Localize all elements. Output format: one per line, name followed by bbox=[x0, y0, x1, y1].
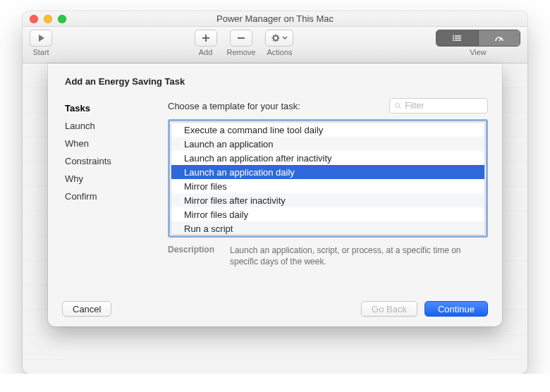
toolbar-remove-label: Remove bbox=[227, 48, 256, 56]
template-list[interactable]: Execute a command line tool dailyLaunch … bbox=[171, 122, 485, 235]
gauge-icon bbox=[494, 34, 504, 42]
minus-icon bbox=[237, 34, 245, 42]
plus-icon bbox=[202, 34, 210, 42]
step-constraints[interactable]: Constraints bbox=[62, 152, 154, 170]
search-icon bbox=[394, 102, 402, 110]
list-item[interactable]: Mirror files daily bbox=[171, 207, 484, 221]
filter-field[interactable] bbox=[389, 98, 488, 114]
step-launch[interactable]: Launch bbox=[62, 117, 154, 135]
sheet-footer: Cancel Go Back Continue bbox=[62, 301, 488, 317]
svg-rect-0 bbox=[238, 37, 245, 39]
window-content: Add an Energy Saving Task TasksLaunchWhe… bbox=[23, 63, 527, 374]
toolbar-add-label: Add bbox=[199, 48, 213, 56]
go-back-button: Go Back bbox=[361, 301, 417, 317]
filter-input[interactable] bbox=[405, 101, 483, 111]
toolbar: Start Add Remove Actions bbox=[23, 27, 527, 63]
view-gauge-segment[interactable] bbox=[478, 30, 520, 46]
cancel-button[interactable]: Cancel bbox=[62, 301, 111, 317]
toolbar-actions-group: Actions bbox=[265, 30, 293, 56]
svg-point-17 bbox=[396, 103, 400, 107]
svg-point-10 bbox=[453, 35, 454, 37]
svg-line-18 bbox=[399, 107, 401, 109]
toolbar-add-group: Add bbox=[195, 30, 217, 56]
actions-button[interactable] bbox=[265, 30, 293, 47]
svg-rect-15 bbox=[455, 39, 461, 40]
template-description: Description Launch an application, scrip… bbox=[168, 245, 488, 267]
step-confirm[interactable]: Confirm bbox=[62, 188, 154, 205]
list-item[interactable]: Execute a command line tool daily bbox=[171, 123, 484, 137]
view-segmented-control[interactable] bbox=[436, 30, 520, 47]
svg-line-7 bbox=[277, 39, 278, 40]
toolbar-start-group: Start bbox=[30, 30, 52, 56]
list-item[interactable]: Run a script bbox=[171, 221, 484, 235]
svg-rect-11 bbox=[455, 35, 461, 36]
remove-button[interactable] bbox=[230, 30, 252, 47]
description-label: Description bbox=[168, 245, 223, 267]
play-icon bbox=[37, 34, 45, 42]
template-list-focus-ring: Execute a command line tool dailyLaunch … bbox=[168, 119, 488, 238]
description-text: Launch an application, script, or proces… bbox=[230, 245, 488, 267]
list-icon bbox=[452, 35, 462, 42]
step-tasks[interactable]: Tasks bbox=[62, 99, 154, 117]
list-item[interactable]: Launch an application daily bbox=[171, 165, 484, 179]
add-button[interactable] bbox=[195, 30, 217, 47]
svg-rect-13 bbox=[455, 37, 461, 38]
list-item[interactable]: Mirror files after inactivity bbox=[171, 193, 484, 207]
continue-button[interactable]: Continue bbox=[424, 301, 488, 317]
list-item[interactable]: Mirror files bbox=[171, 179, 484, 193]
app-window: Power Manager on This Mac Start Add Remo… bbox=[23, 11, 527, 374]
start-button[interactable] bbox=[30, 30, 52, 47]
toolbar-actions-label: Actions bbox=[267, 48, 292, 56]
list-item[interactable]: Launch an application bbox=[171, 137, 484, 151]
toolbar-view-group: View bbox=[436, 30, 520, 56]
svg-line-9 bbox=[273, 39, 274, 40]
svg-point-1 bbox=[274, 36, 278, 40]
template-prompt: Choose a template for your task: bbox=[168, 101, 382, 111]
step-when[interactable]: When bbox=[62, 135, 154, 152]
svg-point-12 bbox=[453, 37, 454, 39]
sheet-heading: Add an Energy Saving Task bbox=[62, 76, 488, 87]
toolbar-start-label: Start bbox=[32, 48, 49, 56]
toolbar-remove-group: Remove bbox=[227, 30, 256, 56]
list-item[interactable]: Launch an application after inactivity bbox=[171, 151, 484, 165]
toolbar-view-label: View bbox=[470, 48, 487, 56]
svg-line-6 bbox=[273, 35, 274, 36]
titlebar: Power Manager on This Mac bbox=[23, 11, 527, 27]
view-list-segment[interactable] bbox=[436, 30, 478, 46]
window-title: Power Manager on This Mac bbox=[23, 13, 527, 24]
svg-point-14 bbox=[453, 39, 454, 41]
step-why[interactable]: Why bbox=[62, 170, 154, 188]
gear-icon bbox=[271, 34, 280, 42]
chevron-down-icon bbox=[282, 35, 288, 41]
assistant-sheet: Add an Energy Saving Task TasksLaunchWhe… bbox=[48, 63, 502, 326]
assistant-steps: TasksLaunchWhenConstraintsWhyConfirm bbox=[62, 98, 154, 267]
svg-line-8 bbox=[277, 35, 278, 36]
svg-line-16 bbox=[499, 38, 501, 41]
